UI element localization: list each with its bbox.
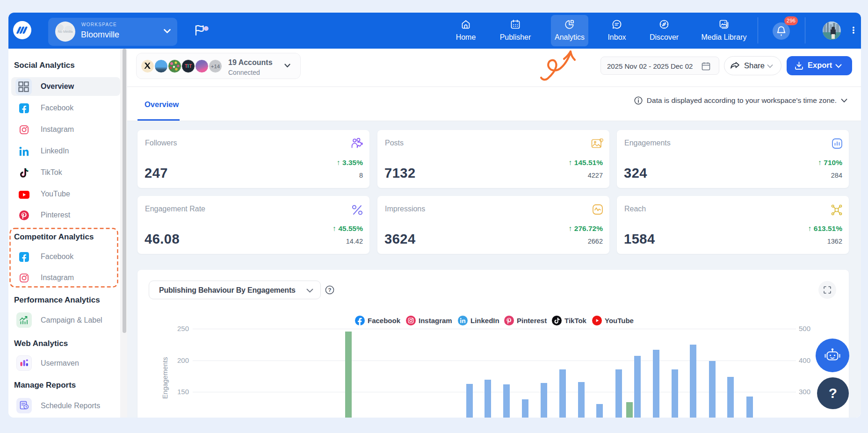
svg-text:+14: +14 (211, 64, 220, 69)
svg-text:TIT: TIT (185, 64, 192, 69)
svg-text:?: ? (328, 287, 331, 293)
